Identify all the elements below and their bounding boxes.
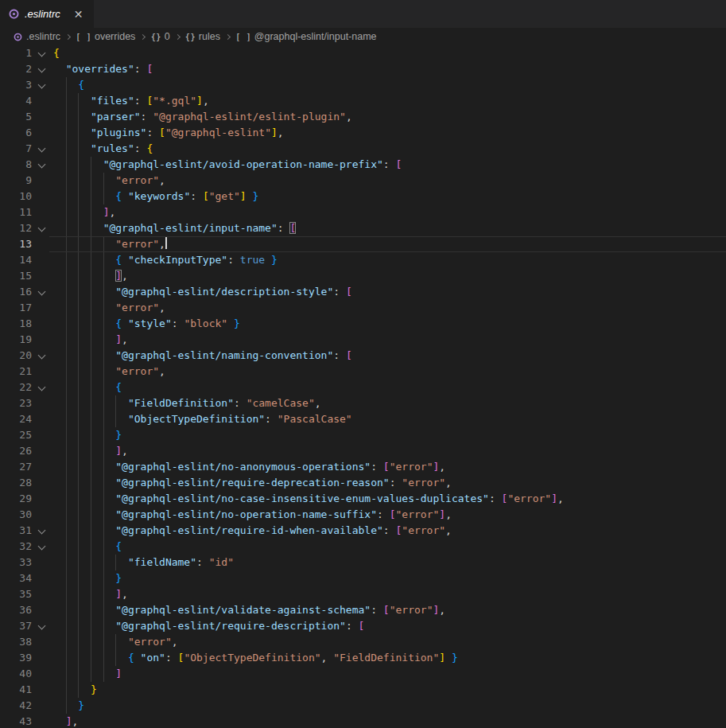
code-line[interactable]: 16 "@graphql-eslint/description-style": … bbox=[0, 284, 726, 300]
line-number[interactable]: 41 bbox=[0, 682, 32, 698]
line-number[interactable]: 31 bbox=[0, 523, 32, 539]
code-line[interactable]: 11 ], bbox=[0, 204, 726, 220]
code-line[interactable]: 24 "ObjectTypeDefinition": "PascalCase" bbox=[0, 411, 726, 427]
line-number[interactable]: 8 bbox=[0, 157, 32, 173]
line-number[interactable]: 7 bbox=[0, 141, 32, 157]
line-number[interactable]: 32 bbox=[0, 539, 32, 555]
line-number[interactable]: 15 bbox=[0, 268, 32, 284]
line-number[interactable]: 18 bbox=[0, 316, 32, 332]
line-number[interactable]: 14 bbox=[0, 252, 32, 268]
line-number[interactable]: 34 bbox=[0, 570, 32, 586]
code-line[interactable]: 2 "overrides": [ bbox=[0, 61, 726, 77]
code-line[interactable]: 35 ], bbox=[0, 586, 726, 602]
breadcrumb-item-rules[interactable]: {}rules bbox=[185, 31, 220, 42]
code-line[interactable]: 39 { "on": ["ObjectTypeDefinition", "Fie… bbox=[0, 650, 726, 666]
code-line[interactable]: 12 "@graphql-eslint/input-name": [ bbox=[0, 220, 726, 236]
code-line[interactable]: 1{ bbox=[0, 45, 726, 61]
fold-chevron-down-icon[interactable] bbox=[37, 61, 49, 77]
code-line[interactable]: 34 } bbox=[0, 570, 726, 586]
fold-chevron-down-icon[interactable] bbox=[37, 348, 49, 364]
line-number[interactable]: 36 bbox=[0, 602, 32, 618]
line-number[interactable]: 22 bbox=[0, 380, 32, 395]
fold-chevron-down-icon[interactable] bbox=[37, 77, 49, 93]
line-number[interactable]: 37 bbox=[0, 618, 32, 634]
code-line[interactable]: 9 "error", bbox=[0, 173, 726, 189]
code-line[interactable]: 7 "rules": { bbox=[0, 141, 726, 157]
code-line[interactable]: 37 "@graphql-eslint/require-description"… bbox=[0, 618, 726, 634]
line-number[interactable]: 6 bbox=[0, 125, 32, 141]
line-number[interactable]: 9 bbox=[0, 173, 32, 189]
code-line[interactable]: 33 "fieldName": "id" bbox=[0, 555, 726, 570]
code-line[interactable]: 19 ], bbox=[0, 332, 726, 348]
line-number[interactable]: 23 bbox=[0, 395, 32, 411]
line-number[interactable]: 43 bbox=[0, 714, 32, 728]
code-line[interactable]: 13 "error", bbox=[0, 236, 726, 252]
line-number[interactable]: 30 bbox=[0, 507, 32, 523]
line-number[interactable]: 16 bbox=[0, 284, 32, 300]
fold-chevron-down-icon[interactable] bbox=[37, 539, 49, 555]
code-line[interactable]: 36 "@graphql-eslint/validate-against-sch… bbox=[0, 602, 726, 618]
code-line[interactable]: 25 } bbox=[0, 427, 726, 443]
code-line[interactable]: 38 "error", bbox=[0, 634, 726, 650]
line-number[interactable]: 28 bbox=[0, 475, 32, 491]
line-number[interactable]: 27 bbox=[0, 459, 32, 475]
breadcrumb-item--graphql-eslint-input-name[interactable]: [ ]@graphql-eslint/input-name bbox=[235, 31, 377, 42]
code-line[interactable]: 26 ], bbox=[0, 443, 726, 459]
line-number[interactable]: 29 bbox=[0, 491, 32, 507]
code-line[interactable]: 22 { bbox=[0, 380, 726, 395]
line-number[interactable]: 35 bbox=[0, 586, 32, 602]
breadcrumb-item--eslintrc[interactable]: .eslintrc bbox=[13, 31, 60, 42]
line-number[interactable]: 42 bbox=[0, 698, 32, 714]
fold-chevron-down-icon[interactable] bbox=[37, 157, 49, 173]
code-line[interactable]: 18 { "style": "block" } bbox=[0, 316, 726, 332]
line-number[interactable]: 38 bbox=[0, 634, 32, 650]
fold-chevron-down-icon[interactable] bbox=[37, 618, 49, 634]
line-number[interactable]: 3 bbox=[0, 77, 32, 93]
code-line[interactable]: 21 "error", bbox=[0, 364, 726, 380]
code-line[interactable]: 28 "@graphql-eslint/require-deprecation-… bbox=[0, 475, 726, 491]
code-line[interactable]: 40 ] bbox=[0, 666, 726, 682]
line-number[interactable]: 25 bbox=[0, 427, 32, 443]
code-line[interactable]: 14 { "checkInputType": true } bbox=[0, 252, 726, 268]
editor-code[interactable]: 1{2 "overrides": [3 {4 "files": ["*.gql"… bbox=[0, 45, 726, 728]
code-line[interactable]: 8 "@graphql-eslint/avoid-operation-name-… bbox=[0, 157, 726, 173]
line-number[interactable]: 13 bbox=[0, 236, 32, 252]
tab-eslintrc[interactable]: .eslintrc ✕ bbox=[0, 0, 94, 28]
code-line[interactable]: 3 { bbox=[0, 77, 726, 93]
fold-chevron-down-icon[interactable] bbox=[37, 523, 49, 539]
code-line[interactable]: 31 "@graphql-eslint/require-id-when-avai… bbox=[0, 523, 726, 539]
line-number[interactable]: 40 bbox=[0, 666, 32, 682]
code-line[interactable]: 32 { bbox=[0, 539, 726, 555]
line-number[interactable]: 11 bbox=[0, 204, 32, 220]
code-line[interactable]: 43 ], bbox=[0, 714, 726, 728]
line-number[interactable]: 5 bbox=[0, 109, 32, 125]
fold-chevron-down-icon[interactable] bbox=[37, 220, 49, 236]
line-number[interactable]: 39 bbox=[0, 650, 32, 666]
code-line[interactable]: 20 "@graphql-eslint/naming-convention": … bbox=[0, 348, 726, 364]
line-number[interactable]: 12 bbox=[0, 220, 32, 236]
line-number[interactable]: 2 bbox=[0, 61, 32, 77]
breadcrumb-item-0[interactable]: {}0 bbox=[150, 31, 169, 42]
code-line[interactable]: 42 } bbox=[0, 698, 726, 714]
code-line[interactable]: 15 ], bbox=[0, 268, 726, 284]
code-line[interactable]: 4 "files": ["*.gql"], bbox=[0, 93, 726, 109]
fold-chevron-down-icon[interactable] bbox=[37, 141, 49, 157]
line-number[interactable]: 17 bbox=[0, 300, 32, 316]
line-number[interactable]: 10 bbox=[0, 189, 32, 204]
code-line[interactable]: 5 "parser": "@graphql-eslint/eslint-plug… bbox=[0, 109, 726, 125]
code-line[interactable]: 30 "@graphql-eslint/no-operation-name-su… bbox=[0, 507, 726, 523]
fold-chevron-down-icon[interactable] bbox=[37, 284, 49, 300]
line-number[interactable]: 1 bbox=[0, 45, 32, 61]
line-number[interactable]: 24 bbox=[0, 411, 32, 427]
breadcrumb-item-overrides[interactable]: [ ]overrides bbox=[76, 31, 135, 42]
line-number[interactable]: 26 bbox=[0, 443, 32, 459]
fold-chevron-down-icon[interactable] bbox=[37, 45, 49, 61]
code-line[interactable]: 23 "FieldDefinition": "camelCase", bbox=[0, 395, 726, 411]
code-line[interactable]: 27 "@graphql-eslint/no-anonymous-operati… bbox=[0, 459, 726, 475]
fold-chevron-down-icon[interactable] bbox=[37, 380, 49, 395]
line-number[interactable]: 21 bbox=[0, 364, 32, 380]
code-line[interactable]: 6 "plugins": ["@graphql-eslint"], bbox=[0, 125, 726, 141]
code-line[interactable]: 29 "@graphql-eslint/no-case-insensitive-… bbox=[0, 491, 726, 507]
code-line[interactable]: 10 { "keywords": ["get"] } bbox=[0, 189, 726, 204]
line-number[interactable]: 33 bbox=[0, 555, 32, 570]
